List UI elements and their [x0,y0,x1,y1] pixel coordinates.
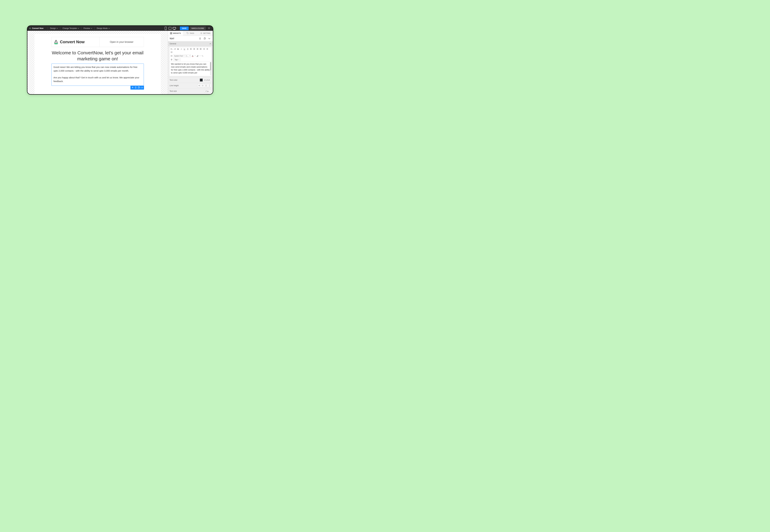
delete-button[interactable] [134,86,137,89]
move-up-button[interactable] [131,86,134,89]
chevron-down-icon [189,55,190,56]
chevron-up-icon [209,43,211,45]
list-icon [170,55,173,57]
close-button[interactable]: ✕ [207,26,211,30]
tab-widgets[interactable]: WIDGETS [168,31,183,36]
indent-button[interactable] [206,48,208,50]
code-icon [141,87,143,89]
chevron-down-icon [56,28,58,29]
align-right-button[interactable] [196,48,199,50]
highlight-icon [196,55,199,57]
divider [48,27,48,30]
scroll-thumb[interactable] [210,62,211,71]
chevron-down-icon [183,55,184,56]
menu-change-template[interactable]: Change Template [62,27,79,29]
email-headline[interactable]: Welcome to ConvertNow, let's get your em… [51,50,144,62]
indent-icon [206,48,208,50]
redo-icon [174,48,176,50]
undo-button[interactable] [170,48,173,50]
panel-header: TEXT [168,36,213,41]
device-desktop-button[interactable] [173,27,176,30]
tab-tags[interactable]: TAGS [183,31,198,36]
strike-button[interactable] [186,48,189,50]
paragraph: Good news! We are letting you know that … [53,65,142,73]
highlight-button[interactable] [196,54,199,57]
trash-icon [199,38,201,40]
divider [60,27,60,30]
underline-button[interactable]: U [183,48,186,50]
device-mobile-button[interactable] [164,27,167,30]
tab-setting[interactable]: SETTING [198,31,213,36]
align-justify-button[interactable] [199,48,202,50]
duplicate-button[interactable] [137,86,140,89]
arrow-up-icon [131,87,134,89]
chevron-down-icon [108,28,110,29]
bullet-list-button[interactable] [170,51,173,54]
save-button[interactable]: SAVE [180,26,189,30]
font-size-select[interactable]: 1… [186,54,191,57]
text-block-selected[interactable]: Good news! We are letting you know that … [51,64,144,86]
font-family-select[interactable]: System Font [173,54,185,57]
tablet-icon [168,27,172,30]
text-size-select[interactable]: 17px [204,90,211,93]
email-brand: Convert Now [52,37,100,47]
strikethrough-icon [187,48,189,50]
divider [178,27,178,30]
line-height-icon [205,85,207,87]
sidebar: WIDGETS TAGS SETTING TEXT General [168,31,213,94]
brand: Convert Now [29,27,43,29]
bold-button[interactable]: B [177,48,179,50]
phone-icon [164,27,167,30]
paragraph: Are you happy about that? Get in touch w… [53,76,142,83]
top-bar: Convert Now Design Change Template Previ… [27,26,213,31]
email-document: Convert Now Open in your browser Welcome… [34,34,161,94]
chevron-down-icon [199,55,201,56]
list-icon [170,51,173,53]
line-height-option[interactable] [201,84,204,87]
panel-collapse-button[interactable] [207,37,211,41]
align-left-icon [190,48,192,50]
link-button[interactable] [170,58,173,61]
align-center-button[interactable] [193,48,195,50]
line-height-option[interactable] [204,84,208,87]
color-swatch [200,79,203,81]
outdent-button[interactable] [202,48,205,50]
widgets-icon [170,32,172,34]
scrollbar[interactable] [210,62,211,75]
device-tablet-button[interactable] [168,27,172,30]
clear-format-button[interactable] [201,54,204,57]
block-toolbar [130,86,144,90]
save-close-button[interactable]: SAVE & CLOSE [189,26,206,30]
menu-preview[interactable]: Preview [83,27,92,29]
open-in-browser-link[interactable]: Open in your browser [100,37,144,47]
panel-duplicate-button[interactable] [203,37,207,41]
color-picker[interactable]: #212529 [200,79,211,82]
undo-icon [170,48,173,50]
prop-line-height: Line height [168,83,213,88]
align-left-button[interactable] [189,48,192,50]
menu-design[interactable]: Design [50,27,58,29]
panel-delete-button[interactable] [198,37,202,41]
accordion-general[interactable]: General [168,41,213,46]
line-height-option[interactable] [208,84,211,87]
tags-dropdown[interactable]: Tags [173,58,180,61]
canvas[interactable]: Convert Now Open in your browser Welcome… [27,31,168,94]
line-height-icon [201,85,204,87]
divider [81,27,81,30]
prop-text-color: Text color #212529 [168,77,213,83]
code-button[interactable] [140,86,143,89]
outdent-icon [203,48,205,50]
align-justify-icon [199,48,202,50]
email-header[interactable]: Convert Now Open in your browser [51,37,144,47]
desktop-icon [173,27,176,30]
chevron-down-icon [194,55,196,56]
italic-button[interactable]: I [180,48,183,50]
line-height-icon [198,85,200,87]
rte-textarea[interactable]: We wanted to let you know that you can n… [169,61,211,76]
line-height-option[interactable] [197,84,201,87]
text-color-button[interactable]: A [191,54,194,57]
redo-button[interactable] [173,48,176,50]
list-type-button[interactable] [170,54,173,57]
menu-design-mode[interactable]: Design Mode [97,27,110,29]
email-brand-text: Convert Now [60,40,85,44]
